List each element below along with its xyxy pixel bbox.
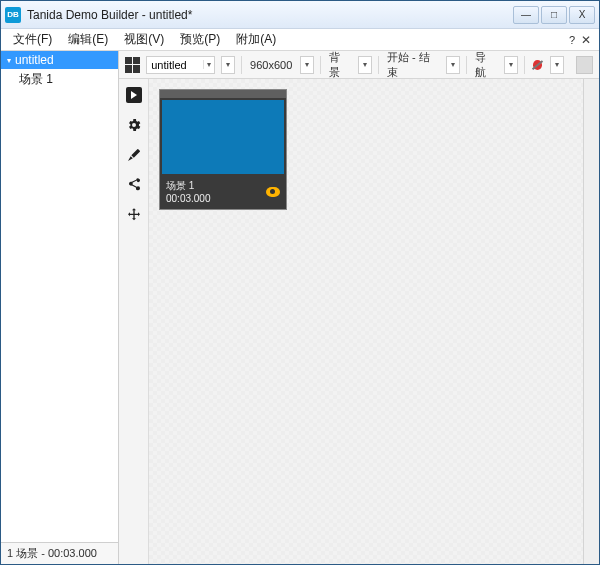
window-minimize-button[interactable]: —	[513, 6, 539, 24]
move-button[interactable]	[124, 205, 144, 225]
playback-label: 开始 - 结束	[385, 50, 440, 80]
scene-thumbnail-card[interactable]: 场景 1 00:03.000	[159, 89, 287, 210]
tree-item-scene[interactable]: 场景 1	[1, 69, 118, 90]
scene-duration-label: 00:03.000	[166, 193, 211, 204]
toolbar-endcap	[576, 56, 593, 74]
menu-edit[interactable]: 编辑(E)	[60, 29, 116, 50]
tree-root-label: untitled	[15, 53, 54, 67]
project-name-combo[interactable]: ▾	[146, 56, 215, 74]
vertical-scrollbar[interactable]	[583, 79, 599, 564]
scene-card-header	[160, 90, 286, 98]
app-window: DB Tanida Demo Builder - untitled* — □ X…	[0, 0, 600, 565]
visibility-eye-icon[interactable]	[266, 187, 280, 197]
tree-root[interactable]: ▾ untitled	[1, 51, 118, 69]
window-maximize-button[interactable]: □	[541, 6, 567, 24]
resolution-dropdown[interactable]: ▾	[300, 56, 314, 74]
navigation-label: 导航	[473, 50, 498, 80]
settings-button[interactable]	[124, 115, 144, 135]
move-icon	[126, 207, 142, 223]
help-button[interactable]: ?	[569, 34, 575, 46]
app-icon: DB	[5, 7, 21, 23]
record-dropdown[interactable]: ▾	[550, 56, 564, 74]
menu-view[interactable]: 视图(V)	[116, 29, 172, 50]
resolution-label: 960x600	[248, 59, 294, 71]
window-close-button[interactable]: X	[569, 6, 595, 24]
background-label: 背景	[327, 50, 352, 80]
project-dropdown[interactable]: ▾	[221, 56, 235, 74]
scene-canvas[interactable]: 场景 1 00:03.000	[149, 79, 599, 564]
menubar: 文件(F) 编辑(E) 视图(V) 预览(P) 附加(A) ? ✕	[1, 29, 599, 51]
project-name-input[interactable]	[147, 59, 203, 71]
playback-dropdown[interactable]: ▾	[446, 56, 460, 74]
scene-name-label: 场景 1	[166, 179, 211, 193]
scene-thumbnail	[162, 100, 284, 174]
main-toolbar: ▾ ▾ 960x600 ▾ 背景 ▾ 开始 - 结束 ▾ 导航 ▾ ▾	[119, 51, 599, 79]
sidebar-status: 1 场景 - 00:03.000	[1, 542, 118, 564]
titlebar[interactable]: DB Tanida Demo Builder - untitled* — □ X	[1, 1, 599, 29]
share-button[interactable]	[124, 175, 144, 195]
menu-addon[interactable]: 附加(A)	[228, 29, 284, 50]
share-icon	[126, 177, 142, 193]
menubar-close-button[interactable]: ✕	[581, 33, 591, 47]
menu-preview[interactable]: 预览(P)	[172, 29, 228, 50]
side-tool-column	[119, 79, 149, 564]
navigation-dropdown[interactable]: ▾	[504, 56, 518, 74]
caret-down-icon[interactable]: ▾	[203, 60, 214, 69]
window-title: Tanida Demo Builder - untitled*	[27, 8, 192, 22]
grid-view-icon[interactable]	[125, 57, 140, 73]
gear-icon	[126, 117, 142, 133]
background-dropdown[interactable]: ▾	[358, 56, 372, 74]
menu-file[interactable]: 文件(F)	[5, 29, 60, 50]
brush-button[interactable]	[124, 145, 144, 165]
brush-icon	[126, 147, 142, 163]
scene-tree-panel: ▾ untitled 场景 1 1 场景 - 00:03.000	[1, 51, 119, 564]
record-disabled-icon[interactable]	[531, 58, 544, 72]
play-button[interactable]	[124, 85, 144, 105]
caret-down-icon: ▾	[7, 56, 11, 65]
